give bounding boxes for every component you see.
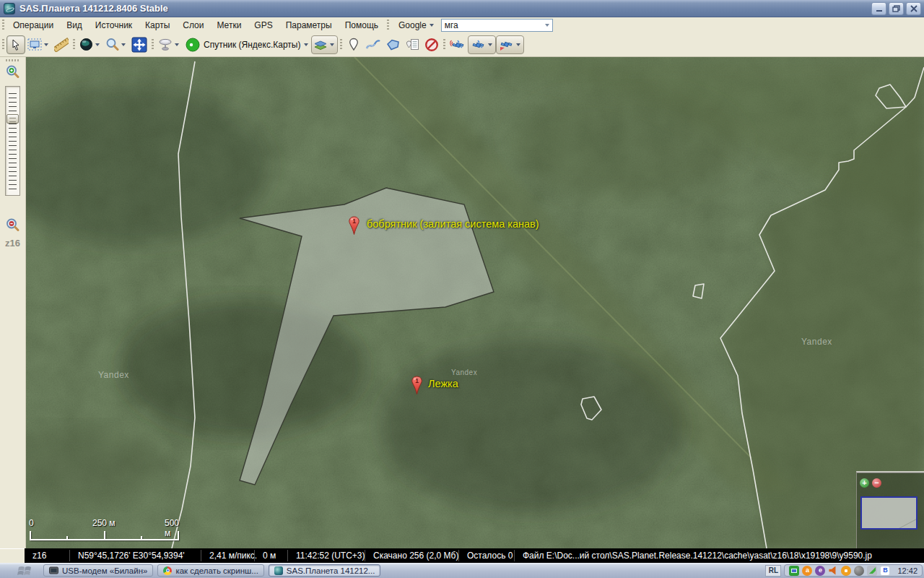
map-type-combo[interactable]: Спутник (Яндекс.Карты) [183, 35, 311, 54]
selection-rect-button[interactable] [25, 35, 52, 54]
globe-icon [79, 38, 93, 51]
mini-map-panel[interactable]: + − [856, 471, 924, 548]
taskbar: USB-модем «Билайн» как сделать скринш...… [0, 563, 924, 578]
minimize-button[interactable] [871, 2, 886, 15]
menu-gps[interactable]: GPS [248, 18, 279, 33]
path-icon [365, 38, 381, 51]
orange-a-tray-icon[interactable]: a [802, 566, 812, 576]
usb-eject-tray-icon[interactable] [867, 566, 877, 576]
scale-label: 0 [29, 518, 34, 528]
yandex-maps-icon [186, 38, 200, 52]
svg-text:1: 1 [352, 217, 356, 225]
zoom-panel: z16 [0, 57, 26, 548]
toolbar-gripper [2, 39, 4, 50]
placemark-manager-button[interactable] [404, 35, 422, 54]
menu-bar: Операции Вид Источник Карты Слои Метки G… [0, 17, 924, 33]
antenna-icon [158, 38, 173, 51]
menu-operations[interactable]: Операции [6, 18, 60, 33]
minimap-viewport[interactable] [860, 496, 918, 530]
chrome-icon [163, 566, 172, 575]
status-corner [0, 548, 25, 563]
volume-tray-icon[interactable] [828, 566, 838, 576]
search-engine-button[interactable]: Google [394, 19, 438, 32]
title-bar[interactable]: SAS.Планета 141212.8406 Stable [0, 0, 924, 17]
yandex-watermark: Yandex [98, 370, 129, 380]
gps-connect-button[interactable] [448, 35, 468, 54]
selection-dropdown[interactable] [42, 36, 50, 53]
polygon-icon [385, 38, 401, 51]
add-polygon-button[interactable] [383, 35, 404, 54]
menu-source[interactable]: Источник [89, 18, 139, 33]
fullscreen-icon [131, 37, 147, 53]
usb-modem-icon [49, 566, 58, 575]
download-manager-button[interactable] [156, 35, 183, 54]
gps-satellite-icon [470, 38, 486, 52]
map-marker[interactable]: 1 [348, 216, 360, 236]
status-zoom: z16 [32, 551, 46, 561]
gps-options-dropdown[interactable] [486, 36, 494, 53]
language-indicator[interactable]: RL [765, 565, 781, 577]
menu-marks[interactable]: Метки [210, 18, 248, 33]
chevron-down-icon [545, 24, 549, 27]
geo-search-input[interactable]: мга [441, 19, 553, 32]
flower-tray-icon[interactable] [841, 566, 851, 576]
taskbar-button-modem[interactable]: USB-модем «Билайн» [43, 564, 153, 577]
status-altitude: 0 м [263, 551, 276, 561]
minimap-zoom-in-button[interactable]: + [860, 478, 869, 488]
close-button[interactable] [906, 2, 921, 15]
zoom-out-icon [5, 217, 21, 233]
tray-panel: a e B 12:42 [784, 564, 923, 577]
beeline-tray-icon[interactable]: B [880, 566, 890, 576]
menu-maps[interactable]: Карты [139, 18, 176, 33]
add-path-button[interactable] [363, 35, 383, 54]
svg-text:1: 1 [415, 377, 419, 384]
start-button[interactable] [17, 564, 33, 577]
menu-gripper [2, 20, 4, 30]
menu-layers[interactable]: Слои [176, 18, 210, 33]
measure-distance-button[interactable] [52, 35, 71, 54]
zoom-in-icon [5, 64, 21, 80]
layers-button[interactable] [311, 35, 338, 54]
map-marker[interactable]: 1 [411, 376, 423, 395]
network-tray-icon[interactable] [789, 566, 799, 576]
gps-track-dropdown[interactable] [514, 36, 522, 53]
menu-view[interactable]: Вид [60, 18, 89, 33]
layers-dropdown[interactable] [328, 36, 336, 53]
status-bar: z16 N59°45,1726' E30°54,9394' 2,41 м/пик… [0, 548, 924, 563]
toolbar-gripper [73, 39, 75, 50]
taskbar-button-browser[interactable]: как сделать скринш... [157, 564, 263, 577]
download-dropdown[interactable] [173, 36, 180, 53]
minimap-zoom-out-button[interactable]: − [872, 478, 881, 488]
select-tool-button[interactable] [6, 35, 25, 54]
zoom-out-button[interactable] [4, 216, 22, 235]
yandex-watermark: Yandex [451, 368, 477, 376]
ball-tray-icon[interactable] [854, 566, 864, 576]
fullscreen-button[interactable] [129, 35, 149, 54]
hide-marks-button[interactable] [422, 35, 441, 54]
menu-parameters[interactable]: Параметры [279, 18, 339, 33]
toolbar-gripper [152, 39, 154, 50]
map-view[interactable]: Yandex Yandex Yandex 1 бобрятник (залита… [26, 57, 924, 548]
marker-label: Лежка [428, 378, 458, 389]
gps-track-icon [498, 38, 514, 52]
zoom-slider-handle[interactable] [6, 114, 19, 124]
spiral-tray-icon[interactable]: e [815, 566, 825, 576]
menu-help[interactable]: Помощь [339, 18, 385, 33]
satellite-canvas [26, 57, 924, 548]
zoom-slider[interactable] [5, 86, 20, 196]
maximize-button[interactable] [889, 2, 904, 15]
gps-options-button[interactable] [468, 35, 496, 54]
search-tool-button[interactable] [103, 35, 129, 54]
map-type-label: Спутник (Яндекс.Карты) [204, 40, 300, 50]
window-title: SAS.Планета 141212.8406 Stable [19, 3, 168, 14]
taskbar-button-sasplanet[interactable]: SAS.Планета 141212... [269, 564, 381, 577]
zoom-in-button[interactable] [4, 63, 22, 82]
zoom-level-label: z16 [5, 238, 20, 249]
chevron-down-icon [430, 24, 434, 27]
search-dropdown[interactable] [119, 36, 127, 53]
go-to-place-button[interactable] [77, 35, 103, 54]
status-downloaded: Скачано 256 (2,0 Мб) [373, 551, 458, 561]
go-to-dropdown[interactable] [93, 36, 101, 53]
gps-track-button[interactable] [496, 35, 524, 54]
add-placemark-button[interactable] [344, 35, 363, 54]
